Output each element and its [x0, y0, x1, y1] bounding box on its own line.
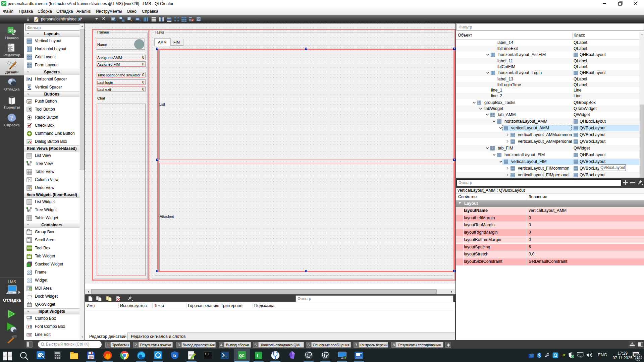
svg-text:AB: AB — [28, 334, 31, 336]
svg-text:OK: OK — [28, 101, 31, 103]
svg-text:QC: QC — [239, 354, 245, 358]
svg-text:123: 123 — [136, 18, 139, 20]
svg-text:C:\_: C:\_ — [205, 353, 211, 356]
svg-text:L: L — [257, 353, 260, 358]
svg-text:b: b — [173, 353, 176, 358]
svg-text:?: ? — [10, 115, 13, 121]
svg-text:Qt: Qt — [8, 28, 13, 33]
